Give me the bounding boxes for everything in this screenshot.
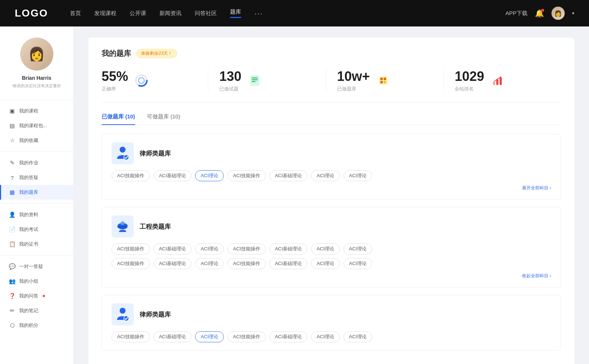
bank-tag[interactable]: ACI基础理论	[269, 243, 308, 254]
bank-title-2: 工程类题库	[140, 222, 171, 231]
notification-bell[interactable]: 🔔	[535, 9, 544, 18]
chevron-down-icon[interactable]: ▾	[572, 11, 574, 16]
sidebar-item-label: 我的证书	[19, 241, 38, 247]
sidebar-item-my-cert[interactable]: 📋 我的证书	[0, 237, 73, 251]
sidebar-item-my-exam[interactable]: 📄 我的考试	[0, 222, 73, 237]
svg-rect-12	[493, 82, 495, 85]
sidebar-item-my-notes[interactable]: ✏ 我的笔记	[0, 303, 73, 318]
avatar[interactable]: 👩	[551, 7, 565, 20]
nav-question[interactable]: 题库	[230, 8, 241, 18]
sidebar-item-one-on-one[interactable]: 💬 一对一答疑	[0, 259, 73, 274]
engineer-icon	[112, 215, 134, 238]
nav-home[interactable]: 首页	[70, 10, 81, 17]
svg-point-21	[121, 221, 124, 225]
bank-tag[interactable]: ACI理论	[343, 258, 372, 269]
main-inner: 我的题库 体验剩余23天！ 55% 正确率	[88, 38, 574, 364]
svg-rect-19	[117, 226, 128, 228]
bank-tags-2-row2: ACI技能操作 ACI基础理论 ACI理论 ACI技能操作 ACI基础理论 AC…	[112, 258, 551, 269]
sidebar-item-label: 我的考试	[19, 226, 38, 233]
bank-tags-1: ACI技能操作 ACI基础理论 ACI理论 ACI技能操作 ACI基础理论 AC…	[112, 170, 551, 181]
logo[interactable]: LOGO	[15, 7, 48, 19]
tab-todo[interactable]: 可做题库 (10)	[147, 113, 180, 125]
bank-tag[interactable]: ACI基础理论	[269, 170, 308, 181]
stat-number-site-rank: 1029 全站排名	[455, 69, 484, 92]
bank-tag[interactable]: ACI技能操作	[228, 243, 266, 254]
sidebar-item-my-homework[interactable]: ✎ 我的作业	[0, 156, 73, 170]
sidebar-item-my-answer[interactable]: ❓ 我的问答	[0, 289, 73, 303]
svg-point-22	[120, 308, 126, 314]
tabs-row: 已做题库 (10) 可做题库 (10)	[102, 113, 561, 125]
sidebar-item-my-course[interactable]: ▣ 我的课程	[0, 104, 73, 118]
sidebar: 👩 Brian Harris 错误的决定比没有决定要好 ▣ 我的课程 ▤ 我的课…	[0, 26, 74, 364]
bank-tag[interactable]: ACI技能操作	[112, 170, 150, 181]
nav-open[interactable]: 公开课	[130, 10, 146, 17]
group-icon: 👥	[9, 278, 15, 285]
sidebar-item-label: 我的资料	[19, 211, 38, 218]
package-icon: ▤	[9, 122, 15, 129]
bank-tag[interactable]: ACI理论	[343, 170, 372, 181]
bank-card-engineer: 工程类题库 ACI技能操作 ACI基础理论 ACI理论 ACI技能操作 ACI基…	[102, 207, 561, 288]
bank-tag[interactable]: ACI理论	[311, 243, 340, 254]
sidebar-item-label: 我的作业	[19, 160, 38, 166]
bank-tag[interactable]: ACI技能操作	[228, 331, 266, 342]
points-icon: ⬡	[9, 322, 15, 329]
nav-discover[interactable]: 发现课程	[94, 10, 116, 17]
nav-more[interactable]: ···	[254, 9, 263, 18]
bank-tag[interactable]: ACI基础理论	[154, 243, 192, 254]
tab-done[interactable]: 已做题库 (10)	[102, 113, 135, 125]
svg-rect-9	[384, 78, 386, 80]
sidebar-divider-2	[0, 151, 73, 152]
sidebar-username: Brian Harris	[7, 75, 66, 81]
expand-button-1[interactable]: 展开全部科目 ›	[522, 185, 551, 191]
stat-done-banks: 10w+ 已做题库	[326, 69, 444, 92]
app-download-button[interactable]: APP下载	[505, 10, 528, 17]
bank-tag[interactable]: ACI理论	[195, 258, 224, 269]
sidebar-item-label: 我的课程包...	[19, 122, 47, 129]
sidebar-item-my-package[interactable]: ▤ 我的课程包...	[0, 118, 73, 133]
collapse-button[interactable]: 收起全部科目 ›	[522, 273, 551, 279]
bank-tag[interactable]: ACI技能操作	[112, 258, 150, 269]
answer-icon: ❓	[9, 293, 15, 299]
bank-tag-selected[interactable]: ACI理论	[195, 170, 224, 181]
main-content: 我的题库 体验剩余23天！ 55% 正确率	[74, 26, 589, 364]
bank-footer-1: 展开全部科目 ›	[112, 185, 551, 191]
sidebar-item-label: 我的课程	[19, 108, 38, 114]
stats-row: 55% 正确率 130 已做试题	[102, 69, 561, 103]
bank-tag[interactable]: ACI技能操作	[228, 258, 266, 269]
bank-title-3: 律师类题库	[140, 310, 171, 319]
sidebar-divider-1	[0, 100, 73, 100]
sidebar-item-my-questions[interactable]: ? 我的答疑	[0, 170, 73, 185]
nav-qa[interactable]: 问答社区	[195, 10, 217, 17]
sidebar-item-label: 我的收藏	[19, 137, 38, 144]
sidebar-item-my-group[interactable]: 👥 我的小组	[0, 274, 73, 289]
bank-tag[interactable]: ACI理论	[311, 258, 340, 269]
bank-card-lawyer-1: 律师类题库 ACI技能操作 ACI基础理论 ACI理论 ACI技能操作 ACI基…	[102, 134, 561, 200]
sidebar-item-my-favorites[interactable]: ☆ 我的收藏	[0, 133, 73, 148]
bank-tag[interactable]: ACI技能操作	[112, 243, 150, 254]
star-icon: ☆	[9, 137, 15, 144]
sidebar-item-my-bank[interactable]: ▦ 我的题库	[0, 185, 73, 200]
bank-tag[interactable]: ACI基础理论	[154, 170, 192, 181]
bank-tag[interactable]: ACI理论	[343, 243, 372, 254]
sidebar-item-my-points[interactable]: ⬡ 我的积分	[0, 318, 73, 333]
notification-dot	[541, 9, 544, 12]
sidebar-item-label: 我的小组	[19, 278, 38, 285]
bank-tag[interactable]: ACI基础理论	[154, 258, 192, 269]
bank-tag[interactable]: ACI理论	[311, 331, 340, 342]
bank-tag[interactable]: ACI基础理论	[269, 258, 308, 269]
sidebar-item-label: 我的笔记	[19, 307, 38, 314]
sidebar-item-my-profile[interactable]: 👤 我的资料	[0, 207, 73, 222]
bank-tag[interactable]: ACI基础理论	[269, 331, 308, 342]
sidebar-motto: 错误的决定比没有决定要好	[7, 83, 66, 89]
bank-tag[interactable]: ACI理论	[311, 170, 340, 181]
bank-tag[interactable]: ACI技能操作	[112, 331, 150, 342]
svg-rect-3	[250, 75, 259, 86]
bank-tag[interactable]: ACI理论	[343, 331, 372, 342]
bank-tag-selected[interactable]: ACI理论	[195, 331, 224, 342]
bank-tag[interactable]: ACI技能操作	[228, 170, 266, 181]
svg-rect-4	[252, 78, 258, 78]
page-title: 我的题库	[102, 49, 131, 58]
bank-tag[interactable]: ACI基础理论	[154, 331, 192, 342]
bank-tag[interactable]: ACI理论	[195, 243, 224, 254]
nav-news[interactable]: 新闻资讯	[159, 10, 181, 17]
